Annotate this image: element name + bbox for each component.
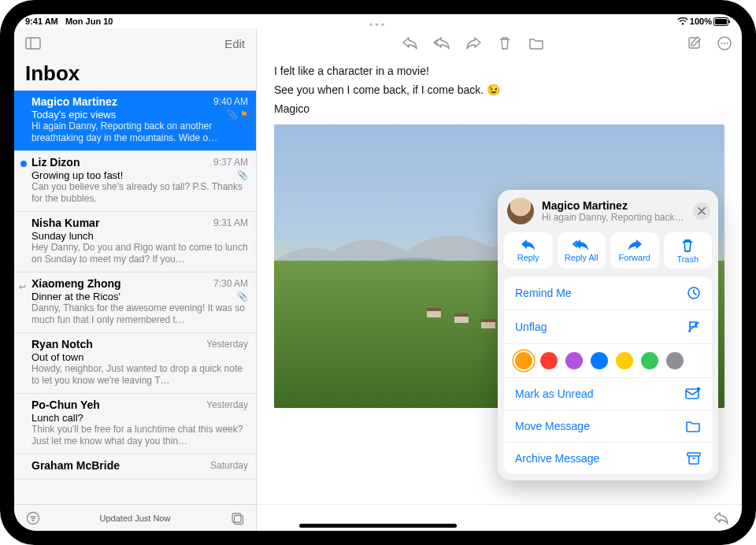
delete-button[interactable]: [495, 34, 514, 53]
quick-reply-all-label: Reply All: [565, 253, 598, 262]
mail-item[interactable]: Liz Dizon9:37 AMGrowing up too fast!📎Can…: [14, 151, 256, 212]
flag-color-option[interactable]: [641, 352, 658, 369]
mail-sender: Po-Chun Yeh: [32, 399, 100, 411]
reply-icon: [521, 239, 536, 251]
mailboxes-button[interactable]: [226, 507, 248, 529]
mail-time: 9:40 AM: [213, 96, 248, 107]
mail-sender: Magico Martinez: [32, 95, 117, 108]
mail-subject: Sunday lunch: [32, 230, 94, 242]
mail-preview: Think you'll be free for a lunchtime cha…: [32, 424, 248, 447]
unflag-button[interactable]: Unflag: [504, 310, 712, 344]
flag-color-option[interactable]: [515, 352, 532, 369]
message-line: I felt like a character in a movie!: [274, 65, 724, 77]
multitasking-dots-icon[interactable]: •••: [369, 19, 387, 31]
quick-forward-label: Forward: [619, 253, 650, 262]
replied-arrow-icon: ↩: [19, 282, 26, 292]
quick-trash-button[interactable]: Trash: [664, 232, 713, 269]
flag-icon: ⚑: [240, 109, 248, 120]
mail-sender: Xiaomeng Zhong: [32, 277, 121, 290]
filter-button[interactable]: [22, 507, 44, 529]
folder-icon: [685, 420, 701, 432]
svg-rect-10: [235, 515, 243, 524]
flag-color-option[interactable]: [591, 352, 608, 369]
attachment-clip-icon: 📎: [227, 109, 238, 120]
mail-item[interactable]: Po-Chun YehYesterdayLunch call?Think you…: [14, 394, 256, 454]
svg-point-13: [721, 43, 723, 44]
quick-reply-button[interactable]: Reply: [504, 232, 553, 269]
mail-preview: Hey Danny, Do you and Rigo want to come …: [32, 242, 248, 265]
svg-rect-9: [232, 513, 241, 522]
mail-sender: Ryan Notch: [32, 338, 93, 350]
svg-rect-2: [729, 20, 731, 23]
archive-message-button[interactable]: Archive Message: [504, 443, 712, 474]
mail-subject: Dinner at the Ricos': [32, 291, 120, 302]
more-button[interactable]: [715, 34, 734, 53]
message-actions-popover: Magico Martinez Hi again Danny, Reportin…: [498, 190, 718, 480]
status-battery-pct: 100%: [690, 17, 712, 26]
reply-button[interactable]: [401, 34, 420, 53]
mail-item[interactable]: ↩Xiaomeng Zhong7:30 AMDinner at the Rico…: [14, 272, 256, 333]
mark-unread-button[interactable]: Mark as Unread: [504, 378, 712, 410]
edit-button[interactable]: Edit: [221, 37, 248, 50]
reply-all-button[interactable]: [432, 34, 451, 53]
sidebar-toggle-button[interactable]: [22, 32, 44, 54]
status-time: 9:41 AM: [25, 17, 58, 26]
forward-button[interactable]: [464, 34, 483, 53]
mail-list[interactable]: Magico Martinez9:40 AMToday's epic views…: [14, 91, 256, 504]
mail-time: 9:37 AM: [213, 157, 248, 168]
compose-button[interactable]: [685, 34, 704, 53]
contact-avatar: [507, 198, 534, 224]
svg-point-14: [724, 43, 725, 44]
battery-icon: [713, 17, 731, 26]
flag-color-row: [504, 344, 712, 378]
message-line: See you when I come back, if I come back…: [274, 83, 724, 96]
status-date: Mon Jun 10: [65, 17, 113, 26]
mail-item[interactable]: Magico Martinez9:40 AMToday's epic views…: [14, 91, 256, 151]
remind-me-button[interactable]: Remind Me: [504, 276, 712, 310]
mail-time: Yesterday: [206, 399, 248, 410]
archive-message-label: Archive Message: [515, 452, 599, 465]
mail-sender: Liz Dizon: [32, 156, 80, 169]
mark-unread-label: Mark as Unread: [515, 387, 594, 400]
mail-item[interactable]: Nisha Kumar9:31 AMSunday lunchHey Danny,…: [14, 212, 256, 272]
close-button[interactable]: [693, 202, 710, 220]
mail-subject: Growing up too fast!: [32, 169, 123, 181]
trash-icon: [681, 239, 694, 253]
mail-sender: Graham McBride: [32, 459, 120, 472]
mail-subject: Out of town: [32, 351, 83, 363]
wink-emoji-icon: 😉: [487, 83, 500, 96]
move-button[interactable]: [527, 34, 546, 53]
unflag-label: Unflag: [515, 321, 547, 333]
flag-color-option[interactable]: [666, 352, 684, 369]
popover-snippet: Hi again Danny, Reporting back o…: [542, 212, 685, 223]
flag-color-option[interactable]: [565, 352, 583, 369]
sync-status: Updated Just Now: [44, 513, 226, 523]
mail-preview: Hi again Danny, Reporting back on anothe…: [32, 120, 248, 144]
svg-rect-20: [687, 453, 700, 456]
quick-forward-button[interactable]: Forward: [610, 232, 659, 269]
svg-rect-18: [686, 389, 699, 399]
mail-sender: Nisha Kumar: [32, 217, 99, 229]
move-message-button[interactable]: Move Message: [504, 410, 712, 443]
clock-icon: [687, 286, 701, 300]
mail-time: Yesterday: [206, 339, 248, 350]
flag-color-option[interactable]: [540, 352, 558, 369]
move-message-label: Move Message: [515, 420, 590, 432]
reply-footer-button[interactable]: [712, 509, 731, 528]
quick-reply-all-button[interactable]: Reply All: [558, 232, 606, 269]
wifi-icon: [677, 17, 688, 25]
mail-time: 9:31 AM: [213, 217, 248, 228]
mail-item[interactable]: Graham McBrideSaturday: [14, 454, 256, 480]
attachment-clip-icon: 📎: [237, 170, 248, 180]
mail-item[interactable]: Ryan NotchYesterdayOut of townHowdy, nei…: [14, 333, 256, 394]
remind-me-label: Remind Me: [515, 287, 572, 299]
svg-point-15: [727, 43, 728, 44]
mail-preview: Can you believe she's already so tall? P…: [32, 181, 248, 205]
archive-icon: [687, 452, 701, 465]
mail-preview: Howdy, neighbor, Just wanted to drop a q…: [32, 363, 248, 387]
flag-color-option[interactable]: [616, 352, 633, 369]
home-indicator[interactable]: [299, 524, 457, 528]
mail-time: Saturday: [210, 460, 248, 471]
mail-subject: Lunch call?: [32, 412, 83, 424]
reply-all-icon: [573, 239, 590, 251]
